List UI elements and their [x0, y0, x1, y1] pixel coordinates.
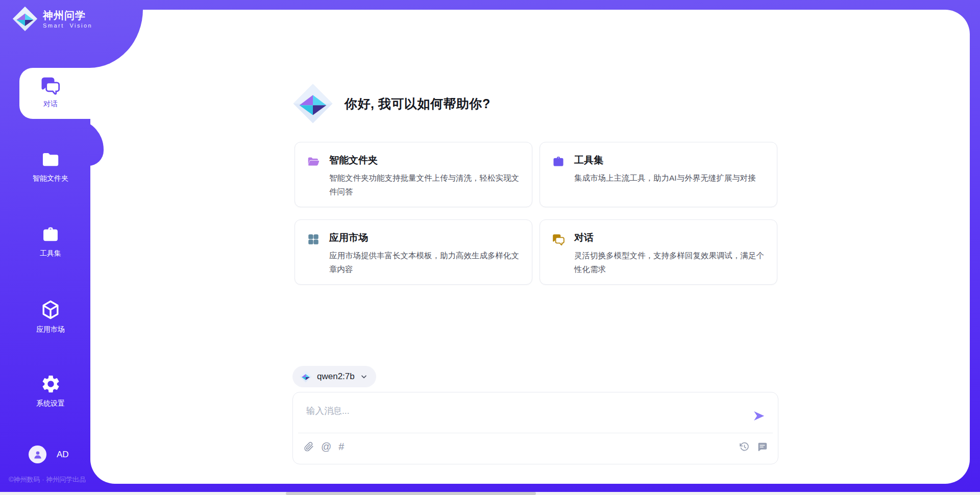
- card-title: 智能文件夹: [329, 154, 520, 167]
- model-name: qwen2:7b: [317, 372, 355, 382]
- card-app-market[interactable]: 应用市场 应用市场提供丰富长文本模板，助力高效生成多样化文章内容: [295, 219, 532, 285]
- send-icon[interactable]: [752, 409, 766, 423]
- greeting-block: 你好, 我可以如何帮助你?: [292, 83, 491, 124]
- hashtag-icon[interactable]: #: [338, 441, 344, 452]
- message-input[interactable]: [306, 402, 745, 420]
- main-content-panel: 你好, 我可以如何帮助你? 智能文件夹 智能文件夹功能支持批量文件上传与清洗，轻…: [90, 10, 970, 484]
- user-account[interactable]: AD: [29, 445, 69, 463]
- brand-diamond-icon: [292, 83, 333, 124]
- card-title: 对话: [574, 231, 765, 244]
- feature-cards: 智能文件夹 智能文件夹功能支持批量文件上传与清洗，轻松实现文件问答 工具集 集成…: [295, 142, 777, 285]
- sidebar-item-toolset[interactable]: 工具集: [10, 225, 91, 258]
- composer-divider: [298, 433, 773, 433]
- mention-icon[interactable]: @: [321, 441, 331, 452]
- copyright-text: ©神州数码 · 神州问学出品: [9, 475, 86, 484]
- card-smart-folder[interactable]: 智能文件夹 智能文件夹功能支持批量文件上传与清洗，轻松实现文件问答: [295, 142, 532, 207]
- sidebar: 神州问学 Smart Vision 对话 智能文件夹 工具集 应用市场 系统设置…: [0, 0, 104, 495]
- history-icon[interactable]: [739, 441, 750, 452]
- scrollbar-thumb[interactable]: [286, 492, 536, 495]
- sidebar-item-smart-folder[interactable]: 智能文件夹: [10, 150, 91, 183]
- sidebar-item-label: 对话: [43, 100, 58, 109]
- card-toolset[interactable]: 工具集 集成市场上主流工具，助力AI与外界无缝扩展与对接: [540, 142, 777, 207]
- model-selector[interactable]: qwen2:7b: [292, 366, 376, 387]
- sidebar-item-settings[interactable]: 系统设置: [10, 374, 91, 408]
- toolbox-icon: [41, 225, 60, 244]
- user-initials: AD: [57, 450, 69, 460]
- folder-open-icon: [307, 155, 320, 168]
- card-description: 集成市场上主流工具，助力AI与外界无缝扩展与对接: [574, 171, 765, 185]
- chat-bubbles-icon: [552, 233, 565, 246]
- brand-name: 神州问学: [43, 9, 92, 21]
- toolbox-icon: [552, 155, 565, 168]
- composer-toolbar-right: [739, 441, 768, 452]
- card-title: 应用市场: [329, 231, 520, 244]
- card-description: 应用市场提供丰富长文本模板，助力高效生成多样化文章内容: [329, 249, 520, 276]
- sidebar-item-label: 工具集: [40, 249, 61, 258]
- model-diamond-icon: [300, 370, 312, 383]
- card-chat[interactable]: 对话 灵活切换多模型文件，支持多样回复效果调试，满足个性化需求: [540, 219, 777, 285]
- avatar: [29, 445, 46, 463]
- brand-logo: 神州问学 Smart Vision: [12, 6, 92, 32]
- grid-icon: [307, 233, 320, 246]
- card-description: 灵活切换多模型文件，支持多样回复效果调试，满足个性化需求: [574, 249, 765, 276]
- sidebar-item-label: 智能文件夹: [33, 174, 68, 183]
- message-composer: @ #: [292, 392, 778, 464]
- chat-square-icon[interactable]: [757, 441, 768, 452]
- brand-tagline: Smart Vision: [43, 22, 92, 29]
- card-title: 工具集: [574, 154, 765, 167]
- horizontal-scrollbar[interactable]: [0, 492, 980, 495]
- attachment-icon[interactable]: [303, 441, 314, 452]
- cube-icon: [40, 299, 61, 320]
- brand-diamond-icon: [12, 6, 38, 32]
- sidebar-item-chat[interactable]: 对话: [10, 76, 91, 109]
- sidebar-item-label: 系统设置: [36, 399, 65, 408]
- greeting-title: 你好, 我可以如何帮助你?: [345, 95, 491, 112]
- person-icon: [32, 449, 43, 460]
- sidebar-item-app-market[interactable]: 应用市场: [10, 299, 91, 334]
- card-description: 智能文件夹功能支持批量文件上传与清洗，轻松实现文件问答: [329, 171, 520, 199]
- sidebar-item-label: 应用市场: [36, 325, 65, 334]
- folder-icon: [41, 150, 60, 169]
- chat-bubbles-icon: [40, 76, 61, 95]
- gear-icon: [40, 374, 61, 394]
- composer-toolbar-left: @ #: [303, 441, 344, 452]
- chevron-down-icon: [360, 373, 368, 381]
